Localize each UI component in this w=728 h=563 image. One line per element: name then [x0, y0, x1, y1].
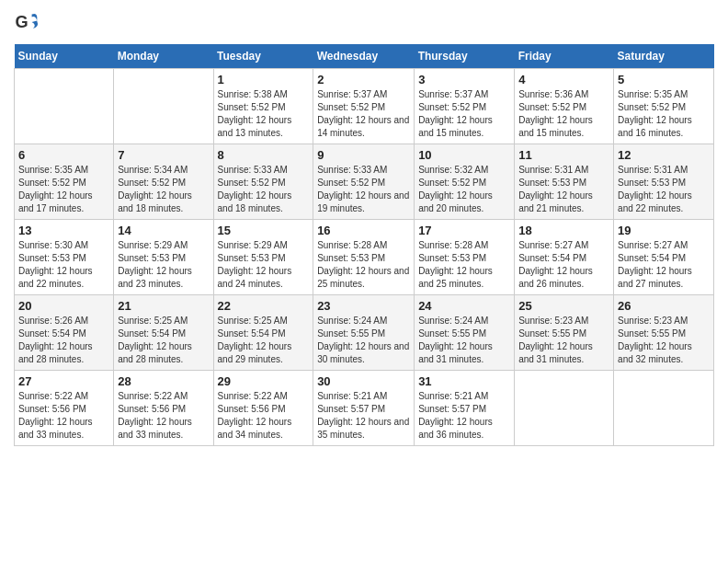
day-number: 22: [218, 299, 310, 313]
day-info: Sunrise: 5:29 AM Sunset: 5:53 PM Dayligh…: [218, 239, 310, 291]
day-info: Sunrise: 5:37 AM Sunset: 5:52 PM Dayligh…: [317, 88, 410, 140]
sunset-text: Sunset: 5:55 PM: [317, 328, 385, 339]
day-number: 23: [317, 299, 410, 313]
daylight-text: Daylight: 12 hours and 34 minutes.: [218, 417, 292, 440]
day-number: 29: [218, 374, 310, 388]
sunset-text: Sunset: 5:53 PM: [418, 253, 486, 263]
sunrise-text: Sunrise: 5:23 AM: [618, 316, 688, 326]
day-info: Sunrise: 5:28 AM Sunset: 5:53 PM Dayligh…: [317, 239, 410, 291]
calendar-cell: 3 Sunrise: 5:37 AM Sunset: 5:52 PM Dayli…: [415, 69, 515, 144]
day-number: 3: [418, 73, 510, 86]
sunset-text: Sunset: 5:54 PM: [218, 328, 286, 339]
day-number: 27: [18, 374, 109, 388]
day-info: Sunrise: 5:35 AM Sunset: 5:52 PM Dayligh…: [18, 164, 109, 215]
calendar-cell: 9 Sunrise: 5:33 AM Sunset: 5:52 PM Dayli…: [313, 144, 415, 220]
day-info: Sunrise: 5:30 AM Sunset: 5:53 PM Dayligh…: [18, 239, 109, 291]
daylight-text: Daylight: 12 hours and 19 minutes.: [317, 190, 409, 213]
day-info: Sunrise: 5:24 AM Sunset: 5:55 PM Dayligh…: [418, 315, 510, 366]
sunrise-text: Sunrise: 5:22 AM: [18, 391, 88, 401]
day-number: 1: [218, 73, 310, 86]
sunrise-text: Sunrise: 5:22 AM: [118, 391, 188, 401]
day-number: 31: [418, 374, 510, 388]
day-number: 10: [418, 148, 510, 162]
sunrise-text: Sunrise: 5:29 AM: [118, 240, 188, 250]
sunrise-text: Sunrise: 5:25 AM: [118, 316, 188, 326]
sunset-text: Sunset: 5:52 PM: [118, 178, 186, 188]
day-info: Sunrise: 5:33 AM Sunset: 5:52 PM Dayligh…: [317, 164, 410, 215]
calendar-cell: 1 Sunrise: 5:38 AM Sunset: 5:52 PM Dayli…: [213, 69, 313, 144]
weekday-header: Wednesday: [313, 44, 415, 69]
day-number: 26: [618, 299, 710, 313]
day-number: 19: [618, 224, 710, 237]
calendar-week-row: 20 Sunrise: 5:26 AM Sunset: 5:54 PM Dayl…: [15, 295, 714, 371]
weekday-header: Tuesday: [213, 44, 313, 69]
weekday-header: Friday: [515, 44, 614, 69]
sunrise-text: Sunrise: 5:31 AM: [518, 165, 588, 175]
calendar-cell: 26 Sunrise: 5:23 AM Sunset: 5:55 PM Dayl…: [614, 295, 714, 371]
sunrise-text: Sunrise: 5:21 AM: [317, 391, 387, 401]
logo-icon: G: [14, 9, 40, 35]
sunset-text: Sunset: 5:53 PM: [18, 253, 86, 263]
daylight-text: Daylight: 12 hours and 33 minutes.: [118, 417, 192, 440]
sunrise-text: Sunrise: 5:37 AM: [418, 89, 488, 99]
weekday-header: Thursday: [415, 44, 515, 69]
calendar-cell: 24 Sunrise: 5:24 AM Sunset: 5:55 PM Dayl…: [415, 295, 515, 371]
daylight-text: Daylight: 12 hours and 18 minutes.: [118, 190, 192, 213]
calendar-cell: 2 Sunrise: 5:37 AM Sunset: 5:52 PM Dayli…: [313, 69, 415, 144]
logo: G: [14, 9, 43, 35]
calendar-cell: 4 Sunrise: 5:36 AM Sunset: 5:52 PM Dayli…: [515, 69, 614, 144]
day-number: 25: [518, 299, 609, 313]
calendar-cell: 15 Sunrise: 5:29 AM Sunset: 5:53 PM Dayl…: [213, 220, 313, 295]
sunset-text: Sunset: 5:52 PM: [618, 102, 686, 112]
calendar-table: SundayMondayTuesdayWednesdayThursdayFrid…: [14, 44, 714, 446]
day-info: Sunrise: 5:31 AM Sunset: 5:53 PM Dayligh…: [518, 164, 609, 215]
calendar-cell: 22 Sunrise: 5:25 AM Sunset: 5:54 PM Dayl…: [213, 295, 313, 371]
daylight-text: Daylight: 12 hours and 18 minutes.: [218, 190, 292, 213]
sunrise-text: Sunrise: 5:29 AM: [218, 240, 288, 250]
day-number: 11: [518, 148, 609, 162]
day-info: Sunrise: 5:22 AM Sunset: 5:56 PM Dayligh…: [218, 390, 310, 442]
daylight-text: Daylight: 12 hours and 22 minutes.: [18, 266, 93, 289]
sunset-text: Sunset: 5:57 PM: [317, 404, 385, 414]
calendar-cell: 7 Sunrise: 5:34 AM Sunset: 5:52 PM Dayli…: [114, 144, 213, 220]
calendar-cell: [614, 371, 714, 446]
day-info: Sunrise: 5:24 AM Sunset: 5:55 PM Dayligh…: [317, 315, 410, 366]
day-number: 9: [317, 148, 410, 162]
day-info: Sunrise: 5:29 AM Sunset: 5:53 PM Dayligh…: [118, 239, 209, 291]
day-info: Sunrise: 5:31 AM Sunset: 5:53 PM Dayligh…: [618, 164, 710, 215]
day-number: 20: [18, 299, 109, 313]
daylight-text: Daylight: 12 hours and 17 minutes.: [18, 190, 93, 213]
sunset-text: Sunset: 5:57 PM: [418, 404, 486, 414]
daylight-text: Daylight: 12 hours and 27 minutes.: [618, 266, 692, 289]
daylight-text: Daylight: 12 hours and 28 minutes.: [118, 341, 192, 364]
daylight-text: Daylight: 12 hours and 15 minutes.: [518, 115, 593, 138]
calendar-cell: 16 Sunrise: 5:28 AM Sunset: 5:53 PM Dayl…: [313, 220, 415, 295]
calendar-cell: 23 Sunrise: 5:24 AM Sunset: 5:55 PM Dayl…: [313, 295, 415, 371]
day-number: 8: [218, 148, 310, 162]
sunset-text: Sunset: 5:52 PM: [18, 178, 86, 188]
weekday-header-row: SundayMondayTuesdayWednesdayThursdayFrid…: [15, 44, 714, 69]
daylight-text: Daylight: 12 hours and 25 minutes.: [418, 266, 493, 289]
day-number: 28: [118, 374, 209, 388]
sunset-text: Sunset: 5:52 PM: [317, 102, 385, 112]
daylight-text: Daylight: 12 hours and 29 minutes.: [218, 341, 292, 364]
sunrise-text: Sunrise: 5:27 AM: [618, 240, 688, 250]
day-info: Sunrise: 5:32 AM Sunset: 5:52 PM Dayligh…: [418, 164, 510, 215]
daylight-text: Daylight: 12 hours and 31 minutes.: [418, 341, 493, 364]
sunrise-text: Sunrise: 5:27 AM: [518, 240, 588, 250]
daylight-text: Daylight: 12 hours and 36 minutes.: [418, 417, 493, 440]
sunrise-text: Sunrise: 5:33 AM: [317, 165, 387, 175]
sunrise-text: Sunrise: 5:35 AM: [618, 89, 688, 99]
svg-text:G: G: [15, 13, 28, 31]
daylight-text: Daylight: 12 hours and 31 minutes.: [518, 341, 593, 364]
sunrise-text: Sunrise: 5:33 AM: [218, 165, 288, 175]
sunset-text: Sunset: 5:55 PM: [418, 328, 486, 339]
page-header: G: [14, 9, 714, 35]
calendar-cell: [15, 69, 114, 144]
daylight-text: Daylight: 12 hours and 25 minutes.: [317, 266, 409, 289]
calendar-cell: 21 Sunrise: 5:25 AM Sunset: 5:54 PM Dayl…: [114, 295, 213, 371]
sunrise-text: Sunrise: 5:30 AM: [18, 240, 88, 250]
daylight-text: Daylight: 12 hours and 13 minutes.: [218, 115, 292, 138]
sunset-text: Sunset: 5:54 PM: [618, 253, 686, 263]
sunrise-text: Sunrise: 5:37 AM: [317, 89, 387, 99]
